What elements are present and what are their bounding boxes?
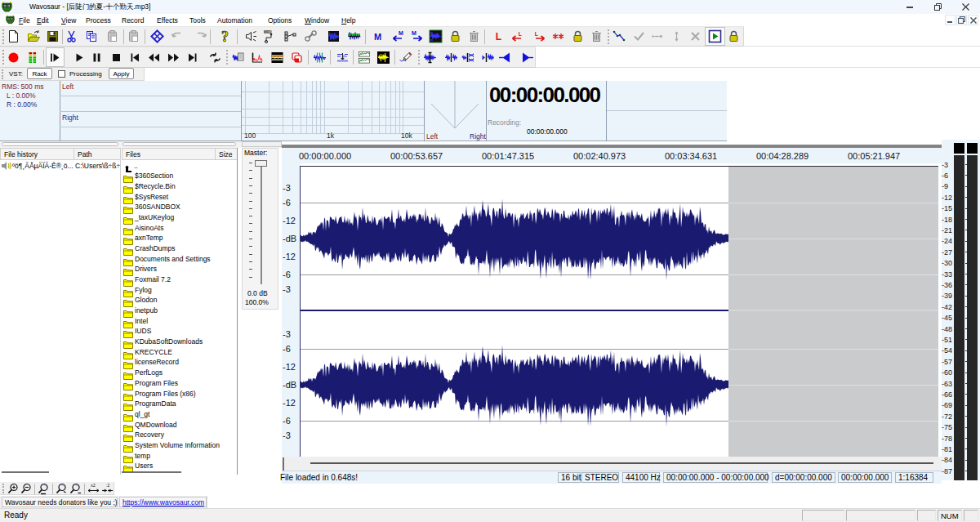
svg-text:M: M <box>374 32 381 42</box>
svg-text:L: L <box>535 31 539 37</box>
svg-text:L: L <box>519 31 523 37</box>
svg-text:x2: x2 <box>91 483 96 488</box>
svg-text:M: M <box>412 30 416 36</box>
svg-text::2: :2 <box>106 483 110 488</box>
svg-text:M: M <box>399 30 403 36</box>
svg-text:?: ? <box>221 29 229 43</box>
svg-text:L: L <box>496 31 501 42</box>
